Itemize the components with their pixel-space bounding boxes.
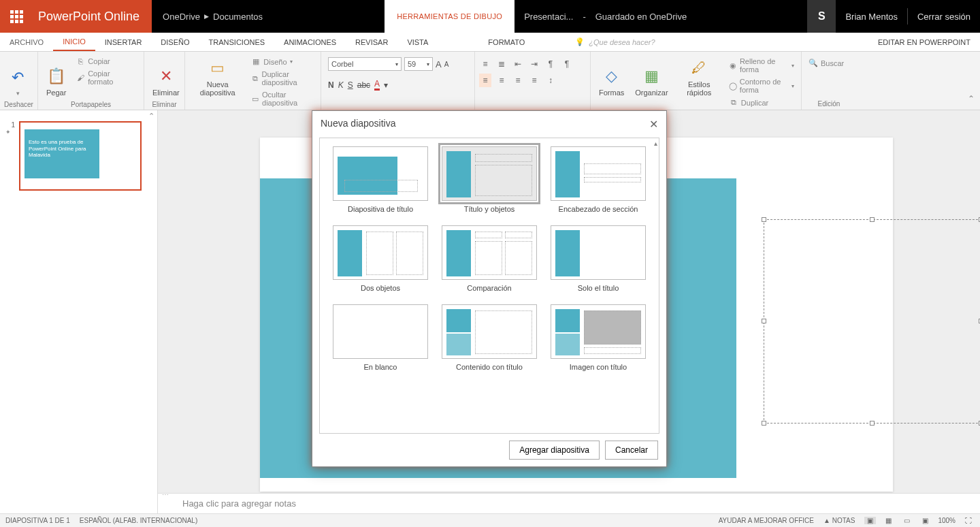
add-slide-button[interactable]: Agregar diapositiva: [509, 441, 600, 460]
app-name: PowerPoint Online: [33, 0, 152, 33]
ltr-button[interactable]: ¶: [544, 57, 557, 71]
slide-counter[interactable]: DIAPOSITIVA 1 DE 1: [5, 517, 70, 524]
layout-two-content[interactable]: Dos objetos: [329, 225, 431, 292]
skype-button[interactable]: S: [807, 0, 836, 33]
tab-design[interactable]: DISEÑO: [151, 33, 199, 51]
layout-content-with-caption[interactable]: Contenido con título: [438, 304, 540, 371]
delete-button[interactable]: ✕ Eliminar: [148, 53, 184, 99]
doc-info: Presentaci... - Guardado en OneDrive: [514, 0, 696, 33]
justify-button[interactable]: ≡: [528, 74, 540, 87]
normal-view-button[interactable]: ▣: [864, 517, 876, 524]
language-indicator[interactable]: ESPAÑOL (ALFAB. INTERNACIONAL): [80, 517, 197, 524]
text-direction-button[interactable]: ↕: [544, 74, 557, 87]
tab-animations[interactable]: ANIMACIONES: [274, 33, 346, 51]
arrange-icon: ▦: [642, 67, 661, 86]
hide-slide-button[interactable]: ▭Ocultar diapositiva: [248, 89, 316, 108]
layout-section-header[interactable]: Encabezado de sección: [547, 146, 649, 213]
tab-review[interactable]: REVISAR: [346, 33, 397, 51]
increase-indent-button[interactable]: ⇥: [528, 57, 540, 71]
bullets-button[interactable]: ≡: [479, 57, 491, 71]
edit-in-powerpoint-link[interactable]: EDITAR EN POWERPOINT: [868, 33, 980, 51]
undo-button[interactable]: ↶ ▾: [4, 53, 31, 99]
waffle-icon: [10, 10, 23, 23]
new-slide-icon: ▭: [208, 59, 227, 78]
fit-to-window-button[interactable]: ⛶: [962, 517, 975, 524]
quick-styles-button[interactable]: 🖊Estilos rápidos: [675, 53, 723, 99]
sorter-view-button[interactable]: ▦: [883, 517, 894, 524]
font-color-button[interactable]: A: [374, 79, 380, 91]
format-painter-button[interactable]: 🖌Copiar formato: [73, 68, 140, 87]
bold-button[interactable]: N: [328, 80, 334, 90]
strike-button[interactable]: abc: [357, 80, 370, 90]
font-name-select[interactable]: Corbel▾: [328, 57, 402, 71]
duplicate-slide-button[interactable]: ⧉Duplicar diapositiva: [248, 69, 316, 88]
user-name[interactable]: Brian Mentos: [836, 0, 907, 33]
dialog-body: ▴ Diapositiva de título Título y objetos…: [319, 138, 659, 434]
dialog-close-button[interactable]: ✕: [649, 118, 658, 131]
shape-fill-button[interactable]: ◉Relleno de forma▾: [726, 56, 797, 75]
numbering-button[interactable]: ≣: [495, 57, 508, 71]
align-right-button[interactable]: ≡: [512, 74, 524, 87]
save-status: Guardado en OneDrive: [595, 12, 687, 22]
lightbulb-icon: 💡: [575, 37, 585, 46]
font-size-select[interactable]: 59▾: [404, 57, 433, 71]
collapse-ribbon-button[interactable]: ⌃: [968, 94, 975, 103]
chevron-right-icon: ▶: [204, 13, 209, 20]
layout-title-only[interactable]: Solo el título: [547, 225, 649, 292]
tab-format[interactable]: FORMATO: [478, 33, 534, 51]
layout-button[interactable]: ▦Diseño▾: [248, 56, 316, 67]
selected-placeholder[interactable]: [764, 219, 980, 424]
shapes-button[interactable]: ◇Formas: [595, 53, 628, 99]
contextual-tab-drawing-tools[interactable]: HERRAMIENTAS DE DIBUJO: [385, 0, 514, 33]
shrink-font-button[interactable]: A: [444, 61, 449, 68]
new-slide-button[interactable]: ▭ Nueva diapositiva: [189, 53, 246, 99]
app-launcher[interactable]: [0, 0, 33, 33]
sign-out-link[interactable]: Cerrar sesión: [908, 0, 980, 33]
layout-blank[interactable]: En blanco: [329, 304, 431, 371]
tab-transitions[interactable]: TRANSICIONES: [199, 33, 275, 51]
ribbon: ↶ ▾ Deshacer 📋 Pegar ⎘Copiar 🖌Copiar for…: [0, 52, 980, 110]
copy-button[interactable]: ⎘Copiar: [73, 56, 140, 67]
breadcrumb-root[interactable]: OneDrive: [163, 12, 200, 22]
slideshow-button[interactable]: ▣: [919, 517, 931, 524]
underline-button[interactable]: S: [348, 80, 353, 90]
layout-picture-with-caption[interactable]: Imagen con título: [547, 304, 649, 371]
align-left-button[interactable]: ≡: [479, 74, 491, 87]
layout-title-and-content[interactable]: Título y objetos: [438, 146, 540, 213]
doc-name[interactable]: Presentaci...: [524, 12, 573, 22]
breadcrumb-item[interactable]: Documentos: [213, 12, 263, 22]
tell-me-search[interactable]: 💡 ¿Que desea hacer?: [575, 37, 655, 46]
grow-font-button[interactable]: A: [436, 59, 442, 69]
tab-insert[interactable]: INSERTAR: [95, 33, 152, 51]
dialog-title: Nueva diapositiva: [321, 118, 396, 131]
notes-resize-handle[interactable]: ⋯: [162, 491, 169, 498]
notes-pane[interactable]: ⋯ Haga clic para agregar notas: [158, 493, 980, 513]
reading-view-button[interactable]: ▭: [901, 517, 913, 524]
layout-title-slide[interactable]: Diapositiva de título: [329, 146, 431, 213]
italic-button[interactable]: K: [338, 80, 344, 90]
scroll-up-icon[interactable]: ▴: [654, 140, 657, 147]
rtl-button[interactable]: ¶: [561, 57, 573, 71]
slide-thumbnail-1[interactable]: Esto es una prueba de PowerPoint Online …: [19, 121, 142, 191]
breadcrumb[interactable]: OneDrive ▶ Documentos: [152, 0, 274, 33]
hide-icon: ▭: [251, 95, 259, 103]
layout-comparison[interactable]: Comparación: [438, 225, 540, 292]
decrease-indent-button[interactable]: ⇤: [512, 57, 524, 71]
align-center-button[interactable]: ≡: [495, 74, 508, 87]
layout-icon: ▦: [251, 57, 261, 66]
tab-view[interactable]: VISTA: [397, 33, 438, 51]
tab-file[interactable]: ARCHIVO: [0, 33, 53, 51]
paste-button[interactable]: 📋 Pegar: [42, 53, 70, 99]
tab-home[interactable]: INICIO: [53, 33, 95, 51]
arrange-button[interactable]: ▦Organizar: [631, 53, 672, 99]
delete-icon: ✕: [157, 67, 176, 86]
cancel-button[interactable]: Cancelar: [605, 441, 658, 460]
notes-toggle[interactable]: ▲ NOTAS: [821, 517, 858, 524]
duplicate-shape-button[interactable]: ⧉Duplicar: [726, 97, 797, 108]
help-improve-link[interactable]: AYUDAR A MEJORAR OFFICE: [719, 517, 814, 524]
collapse-panel-button[interactable]: ⌃: [148, 112, 154, 121]
undo-icon: ↶: [8, 68, 27, 87]
zoom-level[interactable]: 100%: [938, 517, 956, 524]
shape-outline-button[interactable]: ◯Contorno de forma▾: [726, 76, 797, 95]
find-button[interactable]: 🔍Buscar: [806, 57, 847, 69]
